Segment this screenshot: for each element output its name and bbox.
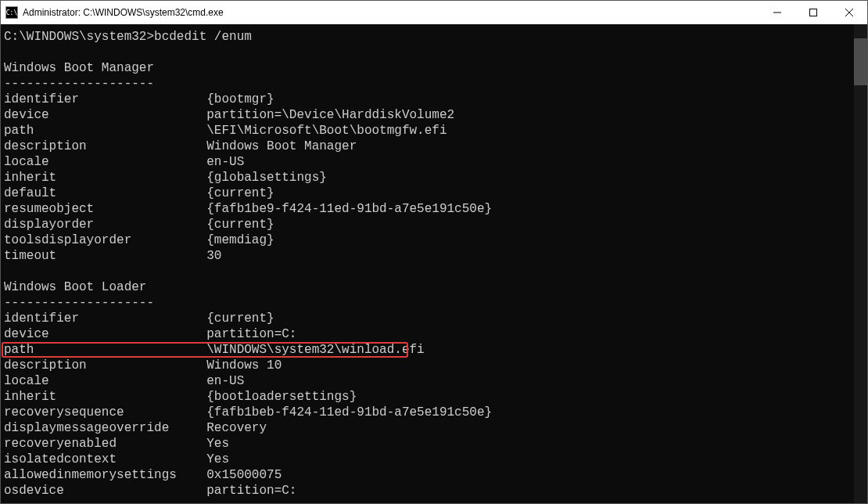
close-button[interactable] — [831, 1, 867, 24]
maximize-button[interactable] — [795, 1, 831, 24]
maximize-icon — [809, 9, 817, 16]
cmd-window: C:\ Administrator: C:\WINDOWS\system32\c… — [0, 0, 868, 504]
vertical-scrollbar[interactable] — [854, 24, 867, 503]
close-icon — [845, 9, 853, 16]
titlebar[interactable]: C:\ Administrator: C:\WINDOWS\system32\c… — [1, 1, 867, 24]
terminal-output: C:\WINDOWS\system32>bcdedit /enum Window… — [4, 29, 859, 499]
minimize-button[interactable] — [759, 1, 795, 24]
terminal-area[interactable]: C:\WINDOWS\system32>bcdedit /enum Window… — [1, 24, 867, 503]
cmd-icon: C:\ — [5, 6, 18, 19]
scrollbar-thumb[interactable] — [854, 38, 867, 85]
minimize-icon — [773, 9, 781, 16]
window-title: Administrator: C:\WINDOWS\system32\cmd.e… — [23, 7, 224, 18]
svg-rect-0 — [810, 9, 817, 16]
